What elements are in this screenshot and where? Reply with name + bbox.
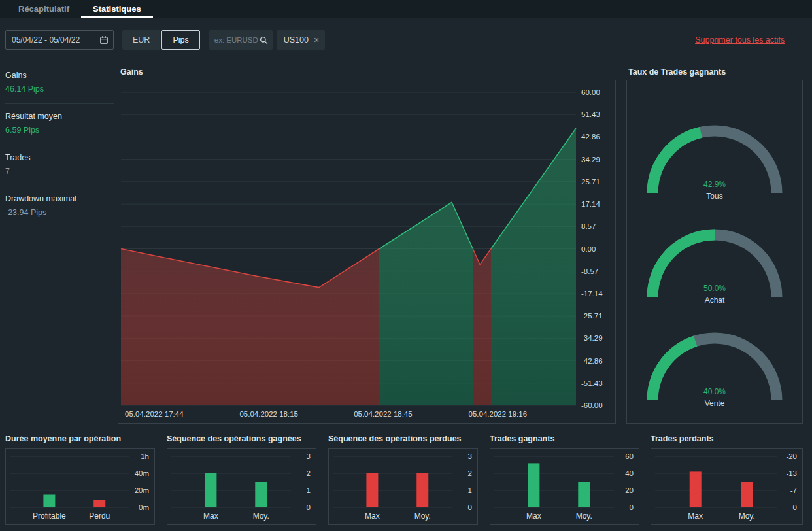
win-rate-panel: 42.9% Tous 50.0% Achat 40.0% Vente (626, 80, 803, 424)
svg-text:1h: 1h (141, 453, 149, 460)
svg-text:8.57: 8.57 (581, 222, 596, 230)
svg-text:-17.14: -17.14 (581, 290, 603, 298)
svg-text:Moy.: Moy. (253, 511, 269, 521)
svg-text:0: 0 (630, 504, 634, 511)
gauge-achat: 50.0% Achat (627, 225, 802, 311)
avg-duration-chart: 1h40m20m0mProfitablePerdu (5, 448, 155, 525)
svg-text:3: 3 (468, 453, 472, 460)
card-avg-duration: Durée moyenne par opération 1h40m20m0mPr… (5, 434, 155, 525)
gauge-label: Tous (627, 192, 802, 201)
svg-text:Max: Max (203, 511, 218, 521)
stat-resultat-moyen: Résultat moyen 6.59 Pips (5, 104, 114, 145)
calendar-icon (99, 35, 109, 44)
svg-text:Profitable: Profitable (33, 511, 66, 521)
gains-chart: 60.0051.4342.8634.2925.7117.148.570.00-8… (118, 80, 616, 424)
card-title: Séquence des opérations perdues (328, 434, 478, 444)
card-title: Trades perdants (651, 434, 803, 444)
svg-text:05.04.2022 18:45: 05.04.2022 18:45 (354, 410, 413, 418)
tab-bar: Récapitulatif Statistiques (0, 0, 812, 18)
svg-text:51.43: 51.43 (581, 111, 600, 118)
svg-text:1: 1 (468, 487, 472, 494)
losing-trades-chart: -20-13-70MaxMoy. (651, 448, 803, 525)
svg-text:Moy.: Moy. (739, 511, 755, 521)
gauge-label: Achat (627, 296, 802, 305)
svg-text:2: 2 (307, 470, 311, 477)
svg-text:Max: Max (688, 511, 703, 521)
stat-label: Gains (5, 71, 114, 80)
card-winning-trades: Trades gagnants 6040200MaxMoy. (490, 434, 639, 525)
gains-chart-title: Gains (120, 67, 143, 77)
svg-text:05.04.2022 19:16: 05.04.2022 19:16 (469, 410, 528, 418)
svg-text:0: 0 (307, 504, 311, 511)
pips-button[interactable]: Pips (161, 30, 199, 50)
svg-text:Moy.: Moy. (414, 511, 431, 521)
delete-all-assets-link[interactable]: Supprimer tous les actifs (695, 35, 785, 44)
stat-label: Drawdown maximal (5, 194, 114, 203)
symbol-search[interactable] (209, 30, 273, 50)
gauge-tous: 42.9% Tous (627, 121, 802, 207)
asset-chip-label: US100 (284, 35, 309, 44)
winning-trades-chart: 6040200MaxMoy. (490, 448, 639, 525)
loss-streak-chart: 3210MaxMoy. (328, 448, 478, 525)
stat-label: Trades (5, 153, 114, 162)
stat-value: -23.94 Pips (5, 208, 114, 217)
svg-text:05.04.2022 18:15: 05.04.2022 18:15 (239, 410, 298, 418)
card-loss-streak: Séquence des opérations perdues 3210MaxM… (328, 434, 478, 525)
tab-statistiques[interactable]: Statistiques (81, 0, 153, 18)
card-title: Trades gagnants (490, 434, 639, 444)
win-rate-panel-title: Taux de Trades gagnants (628, 67, 726, 77)
svg-text:Max: Max (526, 511, 541, 521)
svg-text:-51.43: -51.43 (581, 379, 603, 387)
summary-sidebar: Gains 46.14 Pips Résultat moyen 6.59 Pip… (5, 63, 114, 227)
asset-chip-us100[interactable]: US100 × (277, 30, 325, 50)
win-streak-chart: 3210MaxMoy. (167, 448, 316, 525)
gauge-label: Vente (627, 399, 802, 408)
toolbar: 05/04/22 - 05/04/22 EUR Pips US100 × Sup… (5, 30, 785, 50)
svg-text:20: 20 (625, 487, 634, 494)
card-title: Durée moyenne par opération (5, 434, 155, 444)
svg-text:-7: -7 (790, 487, 797, 494)
svg-text:-20: -20 (786, 453, 797, 460)
svg-text:-34.29: -34.29 (581, 334, 603, 342)
stat-value: 7 (5, 167, 114, 176)
stat-value: 6.59 Pips (5, 126, 114, 135)
search-input[interactable] (214, 36, 260, 44)
card-losing-trades: Trades perdants -20-13-70MaxMoy. (651, 434, 803, 525)
svg-text:-42.86: -42.86 (581, 357, 603, 365)
svg-text:42.86: 42.86 (581, 133, 600, 141)
svg-text:Max: Max (365, 511, 380, 521)
chip-close-icon[interactable]: × (314, 35, 319, 44)
stat-gains: Gains 46.14 Pips (5, 63, 114, 104)
svg-text:2: 2 (468, 470, 472, 477)
currency-button[interactable]: EUR (122, 30, 160, 50)
date-range-picker[interactable]: 05/04/22 - 05/04/22 (5, 30, 114, 50)
gauge-value: 50.0% (627, 284, 802, 293)
svg-text:40m: 40m (135, 470, 149, 477)
svg-text:0m: 0m (139, 504, 149, 511)
date-range-value: 05/04/22 - 05/04/22 (12, 35, 80, 44)
stat-trades: Trades 7 (5, 145, 114, 186)
svg-text:1: 1 (307, 487, 311, 494)
svg-text:25.71: 25.71 (581, 178, 600, 186)
svg-text:Moy.: Moy. (576, 511, 592, 521)
card-win-streak: Séquence des opérations gagnées 3210MaxM… (167, 434, 316, 525)
svg-text:Perdu: Perdu (89, 511, 110, 521)
tab-recapitulatif[interactable]: Récapitulatif (7, 0, 81, 18)
svg-text:0.00: 0.00 (581, 245, 596, 253)
svg-text:-8.57: -8.57 (581, 267, 598, 275)
svg-text:-25.71: -25.71 (581, 312, 603, 320)
gauge-vente: 40.0% Vente (627, 328, 802, 415)
svg-text:-13: -13 (786, 470, 797, 477)
stat-drawdown: Drawdown maximal -23.94 Pips (5, 186, 114, 227)
card-title: Séquence des opérations gagnées (167, 434, 316, 444)
svg-text:3: 3 (307, 453, 311, 460)
svg-text:0: 0 (468, 504, 472, 511)
svg-text:40: 40 (625, 470, 634, 477)
svg-text:34.29: 34.29 (581, 156, 600, 163)
gauge-value: 42.9% (627, 180, 802, 189)
svg-text:0: 0 (793, 504, 797, 511)
svg-text:60.00: 60.00 (581, 88, 600, 96)
svg-text:17.14: 17.14 (581, 200, 600, 208)
gauge-value: 40.0% (627, 387, 802, 396)
svg-text:-60.00: -60.00 (581, 402, 603, 409)
